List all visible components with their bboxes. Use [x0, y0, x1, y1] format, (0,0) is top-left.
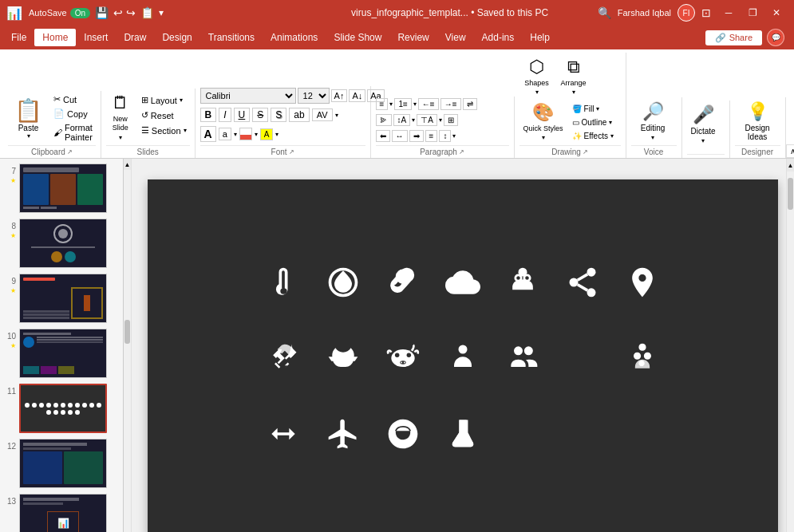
strikethrough-button[interactable]: S	[252, 108, 268, 122]
font-size-select[interactable]: 12	[298, 88, 330, 104]
search-icon[interactable]: 🔍	[598, 6, 611, 19]
text-dd[interactable]: ▾	[412, 116, 415, 124]
arrange-dd[interactable]: ▾	[572, 89, 575, 96]
bullets-button[interactable]: ≡	[376, 98, 389, 110]
highlight-dd[interactable]: ▾	[275, 131, 278, 138]
decrease-font-button[interactable]: A↓	[349, 89, 365, 102]
slide-thumb-7[interactable]: 7 ★	[3, 162, 120, 215]
font-expand-icon[interactable]: ↗	[289, 148, 294, 156]
close-button[interactable]: ✕	[765, 5, 788, 21]
align-right-button[interactable]: ➡	[409, 130, 424, 142]
dictate-dd[interactable]: ▾	[701, 137, 705, 144]
section-button[interactable]: ☰ Section ▾	[138, 124, 190, 137]
redo-icon[interactable]: ↪	[126, 6, 136, 19]
copy-button[interactable]: 📄 Copy	[50, 107, 96, 120]
italic-button[interactable]: I	[219, 108, 231, 122]
menu-home[interactable]: Home	[34, 29, 76, 46]
paste-button[interactable]: 📋 Paste ▾	[8, 93, 49, 144]
autosave-toggle[interactable]: On	[70, 8, 90, 18]
shapes-dd[interactable]: ▾	[535, 89, 539, 96]
shape-effects-button[interactable]: ✨ Effects ▾	[569, 130, 617, 142]
reset-button[interactable]: ↺ Reset	[138, 108, 190, 122]
increase-indent-button[interactable]: →≡	[440, 98, 461, 110]
restore-button[interactable]: ❐	[741, 5, 764, 21]
columns-button[interactable]: ⫸	[376, 114, 392, 126]
slide-thumb-9[interactable]: 9 ★	[3, 272, 120, 325]
fill-dd[interactable]: ▾	[596, 105, 599, 112]
align-text-button[interactable]: ⊤A	[417, 114, 437, 126]
font-color-button[interactable]	[239, 128, 252, 140]
slide-panel-scrollbar[interactable]: ▲ ▼	[124, 159, 132, 532]
effects-dd[interactable]: ▾	[610, 132, 614, 140]
rtl-button[interactable]: ⇌	[463, 98, 477, 110]
decrease-indent-button[interactable]: ←≡	[418, 98, 439, 110]
font-size-small-button[interactable]: a	[219, 128, 231, 140]
menu-animations[interactable]: Animations	[263, 29, 326, 46]
format-painter-button[interactable]: 🖌 Format Painter	[50, 121, 96, 144]
align-center-button[interactable]: ↔	[392, 130, 408, 142]
numbering-button[interactable]: 1≡	[394, 98, 411, 110]
font-dropdown-button[interactable]: ▾	[335, 112, 338, 119]
slide-area-vscrollbar[interactable]: ▲ ▼	[786, 159, 794, 532]
vscroll-up-button[interactable]: ▲	[787, 159, 794, 171]
para-expand-icon[interactable]: ↗	[459, 148, 464, 156]
new-slide-dropdown[interactable]: ▾	[119, 134, 122, 141]
slide-thumb-8[interactable]: 8 ★	[3, 217, 120, 270]
paste-dropdown-icon[interactable]: ▾	[27, 132, 30, 140]
share-button[interactable]: 🔗 Share	[705, 30, 762, 45]
quick-styles-button[interactable]: 🎨 Quick Styles ▾	[519, 100, 567, 144]
menu-addins[interactable]: Add-ins	[474, 29, 523, 46]
shapes-button[interactable]: ⬡ Shapes ▾	[519, 54, 555, 98]
underline-button[interactable]: U	[234, 108, 251, 122]
layout-dropdown[interactable]: ▾	[180, 97, 183, 104]
menu-slideshow[interactable]: Slide Show	[326, 29, 389, 46]
menu-draw[interactable]: Draw	[116, 29, 154, 46]
align-left-button[interactable]: ⬅	[376, 130, 390, 142]
font-size-dd[interactable]: ▾	[234, 131, 237, 138]
more-tools-icon[interactable]: ▾	[159, 7, 164, 18]
window-controls[interactable]: ─ ❐ ✕	[717, 5, 788, 21]
clipboard-expand-icon[interactable]: ↗	[67, 148, 73, 156]
menu-design[interactable]: Design	[154, 29, 199, 46]
arrange-button[interactable]: ⧉ Arrange ▾	[556, 54, 591, 98]
editing-button[interactable]: 🔎 Editing ▾	[631, 99, 675, 144]
slide-thumb-13[interactable]: 13 📊	[3, 492, 120, 532]
menu-help[interactable]: Help	[522, 29, 558, 46]
slide-thumb-10[interactable]: 10 ★	[3, 327, 120, 380]
minimize-button[interactable]: ─	[717, 5, 740, 21]
text-direction-button[interactable]: ↕A	[393, 114, 411, 126]
dictate-button[interactable]: 🎤 Dictate ▾	[687, 102, 720, 147]
editing-dd[interactable]: ▾	[651, 134, 654, 141]
font-color-dd[interactable]: ▾	[255, 131, 258, 138]
menu-file[interactable]: File	[3, 29, 34, 46]
slide-thumb-12[interactable]: 12	[3, 437, 120, 490]
comment-button[interactable]: 💬	[767, 29, 784, 46]
menu-review[interactable]: Review	[389, 29, 437, 46]
bold-button[interactable]: B	[200, 108, 217, 122]
numbering-dd[interactable]: ▾	[413, 100, 417, 108]
font-size-large-button[interactable]: A	[200, 126, 216, 142]
char-spacing-button[interactable]: AV	[312, 108, 333, 121]
ribbon-display-icon[interactable]: ⊡	[701, 6, 711, 19]
qs-dd[interactable]: ▾	[542, 134, 545, 141]
menu-view[interactable]: View	[437, 29, 474, 46]
new-slide-button[interactable]: 🗒 NewSlide ▾	[106, 90, 135, 144]
panel-scroll-up[interactable]: ▲	[124, 159, 131, 170]
smartart-button[interactable]: ⊞	[444, 114, 458, 126]
outline-dd[interactable]: ▾	[609, 119, 612, 126]
menu-transitions[interactable]: Transitions	[200, 29, 263, 46]
bullets-dd[interactable]: ▾	[389, 100, 393, 108]
section-dropdown[interactable]: ▾	[184, 127, 187, 134]
shape-fill-button[interactable]: 🪣 Fill ▾	[569, 103, 617, 115]
menu-insert[interactable]: Insert	[76, 29, 116, 46]
line-spacing-button[interactable]: ↕	[439, 130, 451, 142]
slide-thumb-11[interactable]: 11	[3, 382, 120, 435]
shape-outline-button[interactable]: ▭ Outline ▾	[569, 116, 617, 128]
drawing-expand-icon[interactable]: ↗	[583, 148, 588, 156]
highlight-color-button[interactable]: A	[260, 128, 274, 140]
slide-canvas[interactable]: +	[148, 179, 778, 532]
layout-button[interactable]: ⊞ Layout ▾	[138, 93, 190, 107]
ribbon-collapse-button[interactable]: ∧	[786, 144, 794, 158]
design-ideas-button[interactable]: 💡 Design Ideas	[735, 99, 780, 144]
justify-button[interactable]: ≡	[425, 130, 438, 142]
